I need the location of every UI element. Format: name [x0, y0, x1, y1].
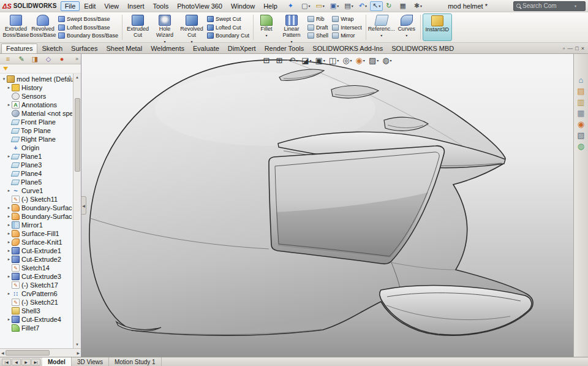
restore-window-icon[interactable]: □: [575, 45, 578, 51]
instant3d-button[interactable]: Instant3D: [423, 13, 452, 41]
collapse-tree-icon[interactable]: ^: [69, 75, 71, 81]
tree-item[interactable]: ▸ Fillet7: [5, 324, 72, 332]
dropdown-arrow-icon[interactable]: ▾: [266, 33, 268, 37]
tree-item[interactable]: ▸ Cut-Extrude3: [5, 272, 72, 281]
tree-filter-row[interactable]: [0, 64, 81, 74]
search-dropdown-icon[interactable]: ▾: [575, 4, 576, 8]
mirror-button[interactable]: Mirror: [332, 32, 362, 40]
tree-item[interactable]: ▸ CrvPattern6: [5, 289, 72, 298]
scroll-left-icon[interactable]: ◀: [1, 351, 4, 355]
design-library-icon[interactable]: ▤: [577, 87, 584, 95]
menu-help[interactable]: Help: [259, 1, 282, 11]
file-explorer-icon[interactable]: ▥: [577, 98, 584, 106]
scroll-right-icon[interactable]: ▶: [77, 351, 80, 355]
curves-button[interactable]: Curves ▾: [395, 13, 418, 41]
revolved-cut-button[interactable]: Revolved Cut ▾: [178, 13, 205, 41]
dropdown-arrow-icon[interactable]: ▾: [379, 4, 380, 8]
featuremanager-tab-icon[interactable]: ≡: [1, 55, 15, 64]
dropdown-arrow-icon[interactable]: ▾: [164, 39, 166, 44]
reference-geometry-button[interactable]: Referenc... ▾: [368, 13, 395, 41]
play-button[interactable]: ▶: [21, 359, 31, 365]
tab-dimxpert[interactable]: DimXpert: [224, 44, 260, 53]
fillet-button[interactable]: Fillet ▾: [255, 13, 277, 41]
menu-tools[interactable]: Tools: [149, 1, 173, 11]
expand-arrow-icon[interactable]: ▸: [6, 214, 12, 219]
tree-item[interactable]: ▸ (-) Sketch17: [5, 281, 72, 289]
tab-evaluate[interactable]: Evaluate: [189, 44, 224, 53]
whats-new-icon[interactable]: ✦ ▾: [285, 1, 298, 11]
rib-button[interactable]: Rib: [307, 15, 328, 23]
dropdown-arrow-icon[interactable]: ▾: [308, 4, 310, 8]
dropdown-arrow-icon[interactable]: ▾: [310, 58, 312, 63]
expand-arrow-icon[interactable]: ▸: [6, 102, 12, 107]
dropdown-arrow-icon[interactable]: ▾: [337, 58, 339, 63]
3d-views-tab[interactable]: 3D Views: [72, 357, 109, 366]
lofted-cut-button[interactable]: Lofted Cut: [207, 23, 249, 31]
menu-view[interactable]: View: [100, 1, 123, 11]
expand-arrow-icon[interactable]: ▸: [6, 257, 12, 262]
options-icon[interactable]: ✱ ▾: [412, 1, 424, 11]
tree-item[interactable]: ▸ Plane4: [5, 169, 72, 178]
tree-item[interactable]: ▸ Right Plane: [5, 135, 72, 143]
expand-arrow-icon[interactable]: ▸: [6, 205, 12, 210]
display-style-icon[interactable]: ◫ ▾: [327, 56, 341, 65]
expand-arrow-icon[interactable]: ▸: [6, 317, 12, 322]
section-view-icon[interactable]: ◪ ▾: [300, 56, 313, 65]
dropdown-arrow-icon[interactable]: ▾: [377, 58, 379, 63]
intersect-button[interactable]: Intersect: [332, 23, 362, 31]
tree-item[interactable]: ▸ Shell3: [5, 307, 72, 315]
tree-item[interactable]: ▸ Boundary-Surface4: [5, 204, 72, 212]
expand-arrow-icon[interactable]: ▸: [6, 223, 12, 227]
extruded-boss-base-button[interactable]: Extruded Boss/Base: [2, 13, 29, 41]
boundary-cut-button[interactable]: Boundary Cut: [207, 32, 249, 40]
tree-item[interactable]: ▸ Plane1: [5, 152, 72, 161]
edit-appearance-icon[interactable]: ◉ ▾: [354, 56, 367, 65]
revolved-boss-base-button[interactable]: Revolved Boss/Base: [29, 13, 56, 41]
select-icon[interactable]: ↖ ▾: [370, 1, 383, 11]
search-input[interactable]: [522, 2, 573, 9]
extruded-cut-button[interactable]: Extruded Cut: [124, 13, 151, 41]
tab-sheet-metal[interactable]: Sheet Metal: [102, 44, 146, 53]
scroll-down-icon[interactable]: ▼: [75, 341, 79, 348]
tab-solidworks-add-ins[interactable]: SOLIDWORKS Add-Ins: [308, 44, 387, 53]
tree-item[interactable]: ▸ Sketch14: [5, 264, 72, 272]
print-icon[interactable]: ▤ ▾: [342, 1, 355, 11]
expand-arrow-icon[interactable]: ▸: [6, 188, 12, 193]
shell-button[interactable]: Shell: [307, 32, 328, 40]
save-icon[interactable]: ▣ ▾: [328, 1, 341, 11]
tree-item[interactable]: ▸ (-) Sketch11: [5, 195, 72, 204]
dropdown-arrow-icon[interactable]: ▾: [191, 39, 193, 44]
tree-horizontal-scrollbar[interactable]: ◀ ▶: [0, 348, 81, 357]
menu-photoview-360[interactable]: PhotoView 360: [173, 1, 227, 11]
dropdown-arrow-icon[interactable]: ▾: [405, 33, 407, 37]
collapse-panel-handle[interactable]: ◀: [81, 196, 86, 215]
menu-file[interactable]: File: [61, 1, 80, 11]
dropdown-arrow-icon[interactable]: ▾: [323, 58, 325, 63]
frame-back-button[interactable]: ◀: [12, 359, 21, 365]
dropdown-arrow-icon[interactable]: ▾: [380, 33, 382, 37]
expand-arrow-icon[interactable]: ▸: [6, 240, 12, 245]
dropdown-arrow-icon[interactable]: ▾: [352, 4, 353, 8]
tree-item[interactable]: ▸ Material <not specified: [5, 109, 72, 118]
scroll-thumb[interactable]: [75, 98, 80, 172]
expand-arrow-icon[interactable]: ▾: [1, 77, 7, 82]
expand-arrow-icon[interactable]: ▸: [6, 291, 12, 296]
tab-features[interactable]: Features: [1, 44, 37, 53]
dropdown-arrow-icon[interactable]: ▾: [363, 58, 365, 63]
tab-render-tools[interactable]: Render Tools: [260, 44, 309, 53]
tab-weldments[interactable]: Weldments: [146, 44, 189, 53]
previous-view-icon[interactable]: ↶ ▾: [287, 56, 300, 65]
tree-item[interactable]: ▸ History: [5, 83, 72, 92]
tree-item[interactable]: ▸ Surface-Knit1: [5, 238, 72, 246]
boundary-boss-base-button[interactable]: Boundary Boss/Base: [58, 32, 118, 40]
rebuild-icon[interactable]: ↻ ▾: [383, 1, 396, 11]
tab-sketch[interactable]: Sketch: [37, 44, 67, 53]
wrap-button[interactable]: Wrap: [332, 15, 362, 23]
undo-icon[interactable]: ↶ ▾: [356, 1, 369, 11]
view-settings-icon[interactable]: ◍ ▾: [380, 56, 393, 65]
tree-item[interactable]: ▸ Plane3: [5, 161, 72, 169]
tree-item[interactable]: ▸ Origin: [5, 143, 72, 152]
close-window-icon[interactable]: ×: [581, 45, 584, 51]
hide-show-items-icon[interactable]: ◎ ▾: [341, 56, 353, 65]
expand-arrow-icon[interactable]: ▸: [6, 274, 12, 279]
